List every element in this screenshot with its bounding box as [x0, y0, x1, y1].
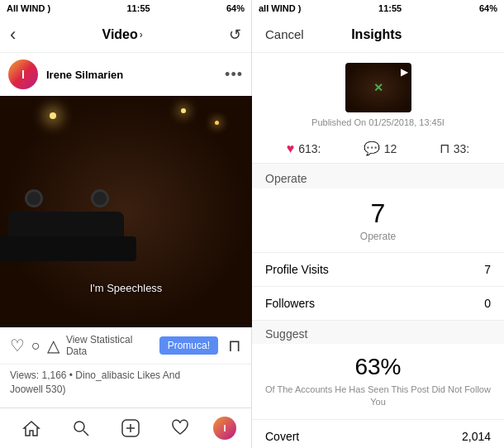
add-icon [121, 418, 140, 438]
operate-big-number-section: 7 Operate [252, 188, 504, 253]
video-light-decoration [50, 112, 56, 119]
carrier-left: AII WIND ) [7, 3, 50, 13]
nav-title-chevron: › [140, 29, 143, 41]
svg-point-1 [74, 422, 84, 431]
profile-visits-row: Profile Visits 7 [252, 253, 504, 287]
like-stat-icon: ♥ [287, 141, 295, 156]
search-icon [72, 419, 90, 437]
status-bar-right: aII WIND ) 11:55 64% [252, 0, 504, 17]
refresh-button[interactable]: ↺ [229, 26, 241, 44]
left-panel: AII WIND ) 11:55 64% ‹ Video › ↺ I Irene… [0, 0, 252, 448]
bookmark-button[interactable]: ⊓ [228, 336, 241, 355]
nav-bar-right: Cancel Insights [252, 17, 504, 53]
bottom-nav-heart[interactable] [164, 412, 197, 445]
like-count: 613: [298, 142, 321, 155]
battery-right: 64% [479, 3, 497, 13]
bottom-nav-profile[interactable]: I [213, 417, 236, 440]
video-player[interactable]: I'm Speechless [0, 96, 252, 327]
bottom-nav-search[interactable] [64, 412, 97, 445]
nav-title-text-left: Video [102, 27, 138, 42]
home-icon [22, 419, 40, 437]
battery-left: 64% [226, 3, 245, 13]
post-thumbnail: ▶ ✕ [345, 63, 411, 112]
avatar-letter: I [21, 68, 25, 81]
followers-label: Followers [265, 297, 315, 310]
followers-row: Followers 0 [252, 287, 504, 321]
bottom-nav-home[interactable] [15, 412, 48, 445]
thumbnail-section: ▶ ✕ Published On 01/25/2018, 13:45I [252, 53, 504, 134]
svg-line-2 [83, 431, 88, 436]
like-button[interactable]: ♡ [10, 336, 25, 355]
like-stat: ♥ 613: [287, 141, 321, 156]
profile-initial: I [223, 423, 226, 433]
bottom-nav: I [0, 407, 251, 448]
vehicle-wheel-left [25, 189, 43, 207]
time-left: 11:55 [127, 3, 150, 13]
post-actions-row: ♡ ○ △ View Statistical Data Promuca! ⊓ [0, 327, 251, 365]
engagement-row: ♥ 613: 💬 12 ⊓ 33: [252, 134, 504, 164]
status-bar-left: AII WIND ) 11:55 64% [0, 0, 251, 17]
percentage-section: 63% Of The Accounts He Has Seen This Pos… [252, 344, 504, 420]
bookmark-stat-icon: ⊓ [440, 141, 449, 156]
bookmark-count: 33: [454, 142, 469, 155]
back-button[interactable]: ‹ [10, 24, 16, 45]
cover-row: Covert 2,014 [252, 420, 504, 448]
right-panel: aII WIND ) 11:55 64% Cancel Insights ▶ ✕… [252, 0, 504, 448]
profile-visits-value: 7 [484, 263, 491, 276]
nav-bar-left: ‹ Video › ↺ [0, 17, 251, 53]
more-button[interactable]: ••• [225, 66, 243, 83]
share-button[interactable]: △ [47, 336, 59, 355]
svg-marker-0 [24, 422, 39, 436]
views-row: Views: 1,166 • Dino_alibasic Likes And J… [0, 365, 251, 401]
avatar[interactable]: I [8, 60, 38, 89]
insights-content: ▶ ✕ Published On 01/25/2018, 13:45I ♥ 61… [252, 53, 504, 448]
views-subtext: Joowell 530) [10, 383, 241, 397]
comment-stat: 💬 12 [364, 141, 397, 156]
cover-label: Covert [265, 430, 299, 443]
video-light-decoration-3 [215, 121, 219, 125]
username[interactable]: Irene Silmarien [46, 69, 216, 81]
time-right: 11:55 [378, 3, 402, 13]
heart-icon [171, 419, 189, 437]
cancel-button[interactable]: Cancel [265, 27, 304, 41]
insights-title: Insights [351, 27, 402, 42]
vehicle-wheel-right [91, 189, 109, 207]
view-stats-button[interactable]: View Statistical Data [66, 334, 153, 357]
nav-title-left: Video › [102, 27, 143, 42]
operate-section-header: Operate [252, 164, 504, 188]
operate-big-number: 7 [371, 198, 386, 229]
suggest-percentage: 63% [354, 354, 401, 380]
video-vehicle-decoration [8, 212, 124, 261]
video-caption-text: I'm Speechless [90, 282, 163, 294]
comment-count: 12 [384, 142, 397, 155]
suggest-section-header: Suggest [252, 321, 504, 344]
thumbnail-check-icon: ✕ [373, 81, 383, 94]
video-indicator-icon: ▶ [401, 66, 408, 78]
bookmark-stat: ⊓ 33: [440, 141, 469, 156]
user-row: I Irene Silmarien ••• [0, 53, 251, 96]
promote-button[interactable]: Promuca! [159, 336, 218, 355]
views-text: Views: 1,166 • Dino_alibasic Likes And [10, 369, 241, 383]
carrier-right: aII WIND ) [259, 3, 301, 13]
published-date: Published On 01/25/2018, 13:45I [311, 117, 445, 127]
video-light-decoration-2 [181, 108, 186, 113]
comment-stat-icon: 💬 [364, 141, 380, 156]
video-background: I'm Speechless [0, 96, 252, 327]
operate-big-number-label: Operate [360, 231, 396, 242]
profile-visits-label: Profile Visits [265, 263, 329, 276]
bottom-nav-add[interactable] [114, 412, 147, 445]
cover-value: 2,014 [462, 430, 491, 443]
battery-pct-left: 64% [226, 3, 245, 13]
comment-button[interactable]: ○ [31, 337, 40, 355]
followers-value: 0 [484, 297, 491, 310]
suggest-description: Of The Accounts He Has Seen This Post Di… [265, 384, 491, 409]
